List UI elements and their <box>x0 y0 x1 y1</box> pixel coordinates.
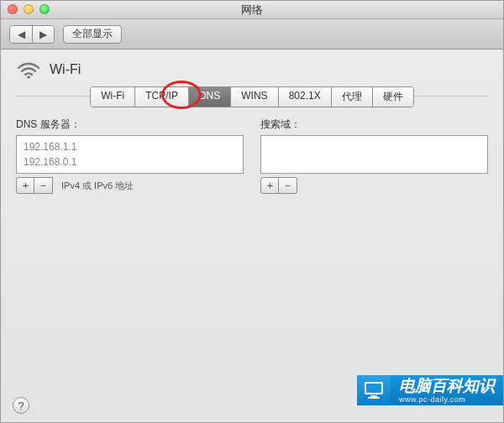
tab-wins[interactable]: WINS <box>230 87 277 107</box>
search-add-button[interactable]: ＋ <box>260 177 279 194</box>
forward-button[interactable]: ▶ <box>32 26 54 43</box>
traffic-lights <box>8 4 50 14</box>
svg-point-0 <box>27 76 30 79</box>
dns-add-button[interactable]: ＋ <box>16 177 34 194</box>
search-domains-label: 搜索域： <box>260 118 488 132</box>
tab-dns[interactable]: DNS <box>188 87 230 107</box>
search-domains-list[interactable] <box>260 135 488 174</box>
svg-rect-4 <box>368 397 380 399</box>
list-item[interactable]: 192.168.1.1 <box>24 139 236 154</box>
svg-rect-2 <box>366 384 381 393</box>
dns-hint: IPv4 或 IPv6 地址 <box>61 180 134 192</box>
tab-8021x[interactable]: 802.1X <box>278 87 331 107</box>
minimize-window-button[interactable] <box>24 4 34 14</box>
tab-tcpip[interactable]: TCP/IP <box>134 87 188 107</box>
tab-hardware[interactable]: 硬件 <box>372 87 413 107</box>
nav-back-forward: ◀ ▶ <box>9 25 55 44</box>
svg-rect-3 <box>370 395 377 397</box>
dns-servers-list[interactable]: 192.168.1.1 192.168.0.1 <box>16 135 244 174</box>
back-button[interactable]: ◀ <box>10 26 32 43</box>
content-area: Wi-Fi Wi-Fi TCP/IP DNS WINS 802.1X 代理 硬件… <box>1 50 503 422</box>
watermark-badge: 电脑百科知识 www.pc-daily.com <box>357 375 503 405</box>
dns-servers-label: DNS 服务器： <box>16 118 244 132</box>
list-item[interactable]: 192.168.0.1 <box>24 154 236 170</box>
search-remove-button[interactable]: － <box>279 177 297 194</box>
window-title: 网络 <box>241 3 263 16</box>
window-titlebar: 网络 <box>1 1 503 19</box>
dns-remove-button[interactable]: － <box>34 177 53 194</box>
tab-wifi[interactable]: Wi-Fi <box>91 87 134 107</box>
watermark-name: 电脑百科知识 <box>399 377 495 395</box>
tab-proxy[interactable]: 代理 <box>331 87 372 107</box>
zoom-window-button[interactable] <box>39 4 50 14</box>
show-all-button[interactable]: 全部显示 <box>63 25 122 44</box>
service-name: Wi-Fi <box>50 62 81 77</box>
tabs-segmented-control: Wi-Fi TCP/IP DNS WINS 802.1X 代理 硬件 <box>90 86 413 107</box>
close-window-button[interactable] <box>8 4 18 14</box>
wifi-icon <box>16 60 41 80</box>
monitor-icon <box>357 375 391 405</box>
watermark-url: www.pc-daily.com <box>399 395 495 404</box>
toolbar: ◀ ▶ 全部显示 <box>1 19 503 50</box>
help-button[interactable]: ? <box>13 397 29 414</box>
